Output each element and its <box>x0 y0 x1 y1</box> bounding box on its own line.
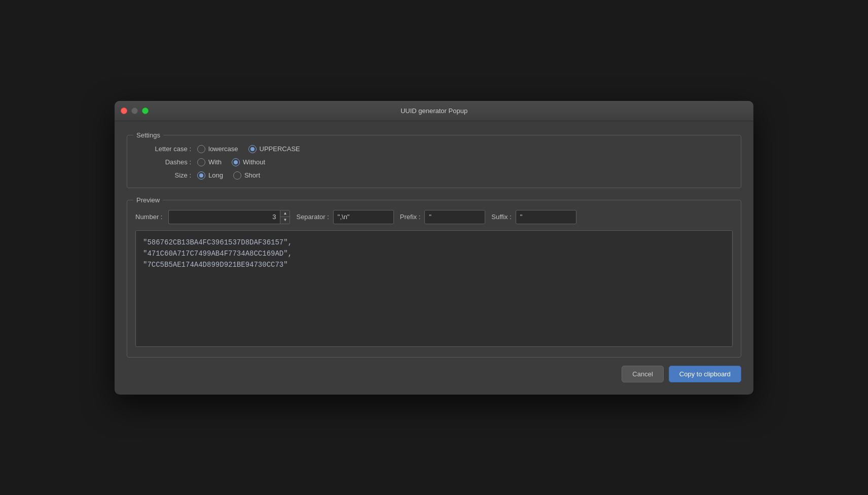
window-content: Settings Letter case : lowercase UPPERCA… <box>115 121 753 395</box>
close-button[interactable] <box>121 108 127 114</box>
without-dashes-radio[interactable] <box>232 158 240 166</box>
with-dashes-option[interactable]: With <box>197 158 222 166</box>
separator-group: Separator : <box>296 210 393 224</box>
suffix-input[interactable] <box>516 210 576 224</box>
uppercase-option[interactable]: UPPERCASE <box>248 145 300 153</box>
minimize-button[interactable] <box>131 108 138 114</box>
preview-section: Preview Number : ▲ ▼ Separator : <box>127 196 741 358</box>
suffix-label: Suffix : <box>491 213 512 221</box>
letter-case-row: Letter case : lowercase UPPERCASE <box>135 145 733 153</box>
settings-section: Settings Letter case : lowercase UPPERCA… <box>127 131 741 188</box>
number-label: Number : <box>135 213 162 221</box>
dashes-label: Dashes : <box>135 158 191 166</box>
uppercase-radio[interactable] <box>248 145 257 153</box>
button-row: Cancel Copy to clipboard <box>127 366 741 382</box>
with-dashes-label: With <box>208 158 222 166</box>
dashes-row: Dashes : With Without <box>135 158 733 166</box>
dashes-group: With Without <box>197 158 265 166</box>
size-label: Size : <box>135 171 191 179</box>
short-option[interactable]: Short <box>233 171 260 180</box>
size-group: Long Short <box>197 171 260 180</box>
without-dashes-option[interactable]: Without <box>232 158 265 166</box>
spinner-up-button[interactable]: ▲ <box>280 210 290 217</box>
long-option[interactable]: Long <box>197 171 223 180</box>
size-row: Size : Long Short <box>135 171 733 180</box>
preview-controls-row: Number : ▲ ▼ Separator : Prefix : <box>135 210 733 224</box>
cancel-button[interactable]: Cancel <box>622 366 663 382</box>
lowercase-radio[interactable] <box>197 145 205 153</box>
titlebar: UUID generator Popup <box>115 101 753 121</box>
prefix-input[interactable] <box>424 210 485 224</box>
prefix-group: Prefix : <box>400 210 485 224</box>
prefix-label: Prefix : <box>400 213 420 221</box>
number-input-wrapper: ▲ ▼ <box>168 210 290 224</box>
short-label: Short <box>244 171 260 179</box>
long-label: Long <box>208 171 223 179</box>
with-dashes-radio[interactable] <box>197 158 205 166</box>
uppercase-label: UPPERCASE <box>260 145 300 153</box>
lowercase-option[interactable]: lowercase <box>197 145 238 153</box>
number-input[interactable] <box>168 210 280 224</box>
letter-case-group: lowercase UPPERCASE <box>197 145 300 153</box>
copy-to-clipboard-button[interactable]: Copy to clipboard <box>669 366 741 382</box>
long-radio[interactable] <box>197 171 205 180</box>
separator-label: Separator : <box>296 213 329 221</box>
spinner-buttons: ▲ ▼ <box>280 210 290 224</box>
short-radio[interactable] <box>233 171 241 180</box>
spinner-down-button[interactable]: ▼ <box>280 217 290 224</box>
lowercase-label: lowercase <box>208 145 238 153</box>
preview-textarea[interactable]: "586762CB13BA4FC3961537D8DAF36157", "471… <box>135 230 733 347</box>
suffix-group: Suffix : <box>491 210 576 224</box>
settings-legend: Settings <box>133 131 163 139</box>
preview-legend: Preview <box>133 196 163 204</box>
letter-case-label: Letter case : <box>135 145 191 153</box>
maximize-button[interactable] <box>142 108 149 114</box>
without-dashes-label: Without <box>243 158 265 166</box>
main-window: UUID generator Popup Settings Letter cas… <box>115 101 753 395</box>
separator-input[interactable] <box>333 210 394 224</box>
traffic-lights <box>121 108 149 114</box>
window-title: UUID generator Popup <box>401 107 467 115</box>
